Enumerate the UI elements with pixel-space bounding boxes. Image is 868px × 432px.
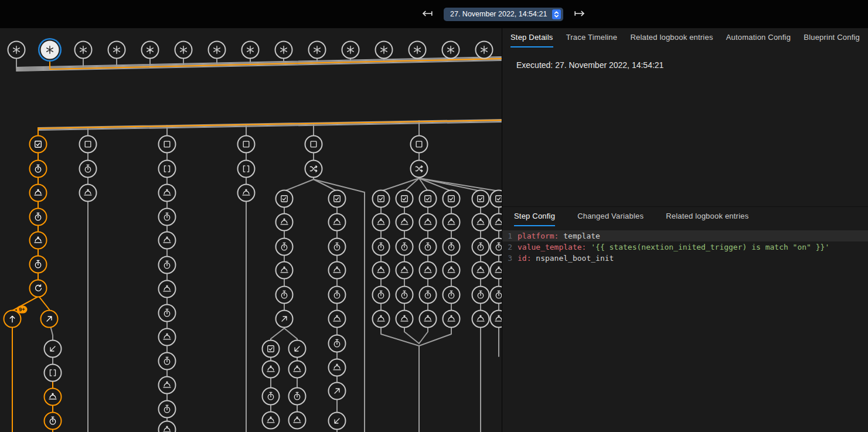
graph-node-service[interactable]	[237, 184, 256, 202]
graph-node-condition[interactable]	[396, 190, 414, 208]
graph-node-asterisk[interactable]	[175, 41, 193, 59]
tab-blueprint-config[interactable]: Blueprint Config	[804, 28, 860, 47]
graph-node-service[interactable]	[472, 213, 490, 232]
graph-node-timer[interactable]	[328, 286, 346, 304]
graph-node-timer[interactable]	[29, 160, 47, 178]
graph-node-brackets[interactable]	[44, 364, 62, 382]
graph-node-arrow-sw[interactable]	[288, 340, 307, 358]
graph-node-timer[interactable]	[372, 286, 390, 304]
run-select[interactable]: 27. November 2022, 14:54:21	[444, 8, 563, 21]
graph-node-service[interactable]	[442, 261, 461, 280]
graph-node-asterisk[interactable]	[241, 41, 260, 59]
graph-node-service[interactable]	[158, 376, 176, 394]
graph-node-arrow-ne[interactable]	[40, 310, 59, 328]
next-run-button[interactable]	[572, 6, 587, 23]
graph-node-service[interactable]	[396, 261, 414, 280]
graph-node-timer[interactable]	[29, 256, 47, 274]
graph-node-condition[interactable]	[275, 190, 294, 208]
graph-node-asterisk[interactable]	[208, 41, 226, 59]
graph-node-service[interactable]	[158, 328, 176, 346]
graph-node-timer[interactable]	[44, 412, 62, 430]
graph-node-timer[interactable]	[442, 286, 461, 304]
graph-node-arrow-ne[interactable]	[328, 382, 346, 400]
graph-node-service[interactable]	[262, 411, 280, 430]
graph-node-asterisk[interactable]	[41, 41, 59, 59]
graph-node-timer[interactable]	[79, 160, 97, 178]
graph-node-service[interactable]	[328, 359, 346, 377]
graph-node-service[interactable]	[288, 411, 307, 430]
graph-node-timer[interactable]	[396, 238, 414, 256]
graph-node-timer[interactable]	[275, 238, 294, 256]
tab-changed-variables[interactable]: Changed Variables	[577, 207, 644, 226]
graph-node-service[interactable]	[262, 360, 280, 379]
graph-node-asterisk[interactable]	[375, 41, 393, 59]
graph-node-timer[interactable]	[158, 352, 176, 370]
graph-node-service[interactable]	[396, 310, 414, 328]
graph-node-condition[interactable]	[262, 340, 280, 358]
graph-node-arrow-up[interactable]: 9+	[4, 310, 22, 328]
graph-node-condition[interactable]	[442, 190, 461, 208]
graph-node-timer[interactable]	[372, 238, 390, 256]
graph-node-brackets[interactable]	[237, 160, 256, 178]
graph-node-choose[interactable]	[305, 160, 323, 178]
graph-node-condition[interactable]	[472, 190, 490, 208]
graph-node-service[interactable]	[372, 310, 390, 328]
graph-node-timer[interactable]	[288, 387, 307, 406]
graph-node-timer[interactable]	[328, 335, 346, 353]
graph-node-service[interactable]	[472, 310, 490, 328]
graph-node-arrow-sw[interactable]	[44, 340, 62, 358]
graph-node-asterisk[interactable]	[275, 41, 293, 59]
graph-node-condition[interactable]	[372, 190, 390, 208]
graph-node-asterisk[interactable]	[442, 41, 460, 59]
graph-node-asterisk[interactable]	[8, 41, 26, 59]
graph-node-asterisk[interactable]	[108, 41, 126, 59]
graph-node-service[interactable]	[328, 213, 346, 232]
graph-node-condition[interactable]	[328, 190, 346, 208]
graph-node-arrow-sw[interactable]	[328, 412, 346, 430]
graph-node-service[interactable]	[79, 184, 97, 202]
graph-node-service[interactable]	[472, 261, 490, 280]
graph-node-service[interactable]	[419, 310, 437, 328]
graph-node-service[interactable]	[29, 232, 47, 250]
tab-related-logbook-entries[interactable]: Related logbook entries	[666, 207, 748, 226]
graph-node-timer[interactable]	[275, 286, 294, 304]
graph-node-asterisk[interactable]	[141, 41, 159, 59]
graph-node-timer[interactable]	[396, 286, 414, 304]
tab-step-details[interactable]: Step Details	[510, 28, 553, 47]
graph-node-square[interactable]	[410, 135, 428, 154]
graph-node-brackets[interactable]	[158, 160, 176, 178]
graph-node-timer[interactable]	[29, 208, 47, 226]
graph-node-service[interactable]	[29, 184, 47, 202]
tab-automation-config[interactable]: Automation Config	[726, 28, 791, 47]
graph-node-service[interactable]	[44, 388, 62, 406]
graph-node-timer[interactable]	[472, 238, 490, 256]
graph-node-service[interactable]	[275, 261, 294, 280]
graph-node-service[interactable]	[419, 261, 437, 280]
graph-node-service[interactable]	[442, 213, 461, 232]
graph-node-service[interactable]	[419, 213, 437, 232]
graph-node-asterisk[interactable]	[74, 41, 93, 59]
graph-node-service[interactable]	[288, 360, 307, 379]
graph-node-service[interactable]	[372, 213, 390, 232]
graph-node-square[interactable]	[305, 135, 323, 154]
graph-node-timer[interactable]	[158, 400, 176, 419]
previous-run-button[interactable]	[420, 6, 435, 23]
graph-node-timer[interactable]	[442, 238, 461, 256]
graph-node-timer[interactable]	[158, 304, 176, 322]
graph-node-service[interactable]	[328, 261, 346, 280]
graph-node-choose[interactable]	[410, 160, 428, 178]
graph-node-repeat[interactable]	[29, 280, 47, 298]
graph-node-timer[interactable]	[262, 387, 280, 406]
graph-node-square[interactable]	[158, 135, 176, 154]
graph-node-service[interactable]	[158, 184, 176, 202]
graph-node-timer[interactable]	[419, 286, 437, 304]
graph-node-service[interactable]	[372, 261, 390, 280]
tab-related-logbook-entries[interactable]: Related logbook entries	[630, 28, 713, 47]
graph-node-timer[interactable]	[419, 238, 437, 256]
tab-step-config[interactable]: Step Config	[514, 207, 555, 226]
graph-node-service[interactable]	[275, 213, 294, 232]
graph-node-timer[interactable]	[328, 238, 346, 256]
graph-node-arrow-ne[interactable]	[275, 310, 294, 328]
graph-node-asterisk[interactable]	[342, 41, 360, 59]
graph-node-service[interactable]	[442, 310, 461, 328]
